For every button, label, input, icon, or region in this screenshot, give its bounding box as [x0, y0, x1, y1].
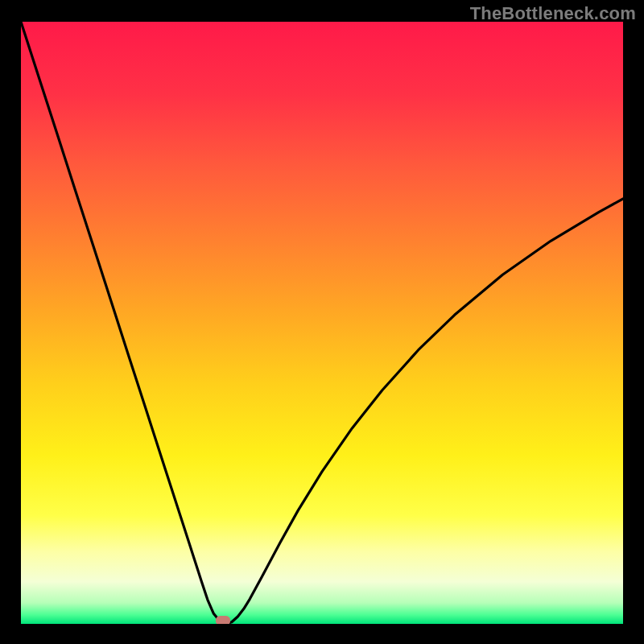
minimum-marker — [216, 616, 230, 624]
heat-gradient-background — [21, 22, 623, 624]
chart-frame: TheBottleneck.com — [0, 0, 644, 644]
watermark-label: TheBottleneck.com — [470, 3, 636, 24]
plot-area — [21, 22, 623, 624]
svg-rect-0 — [21, 22, 623, 624]
